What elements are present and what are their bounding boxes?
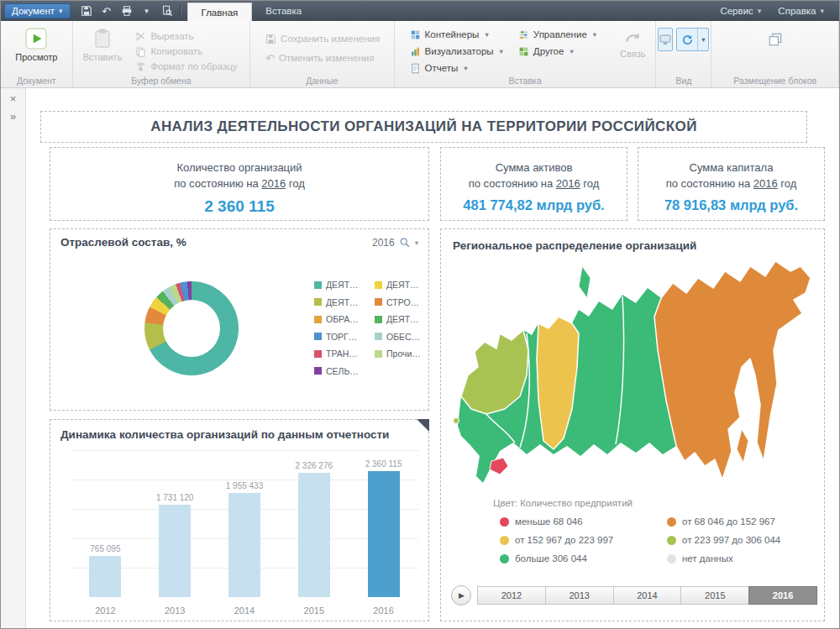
cut-button[interactable]: Вырезать bbox=[132, 29, 240, 44]
legend-label: больше 306 044 bbox=[515, 553, 587, 563]
industry-legend-item[interactable]: ДЕЯТ… bbox=[375, 314, 427, 324]
kpi-card-capital[interactable]: Сумма капитала по состоянию на 2016 год … bbox=[638, 147, 825, 221]
year-button-2013[interactable]: 2013 bbox=[545, 586, 614, 605]
paste-button[interactable]: Вставить bbox=[78, 25, 128, 74]
russia-choropleth-map[interactable] bbox=[446, 249, 819, 493]
industry-legend-item[interactable]: ДЕЯТ… bbox=[314, 280, 366, 290]
legend-label: ТРАН… bbox=[326, 349, 358, 359]
industry-legend-item[interactable]: СЕЛЬ… bbox=[314, 366, 366, 376]
industry-legend-item[interactable]: ТОРГ… bbox=[314, 332, 366, 342]
management-button[interactable]: Управление ▾ bbox=[515, 27, 600, 42]
industry-legend-item[interactable]: ТРАН… bbox=[314, 349, 366, 359]
kpi-card-org-count[interactable]: Количество организаций по состоянию на 2… bbox=[50, 147, 429, 221]
tab-home[interactable]: Главная bbox=[187, 3, 253, 21]
bar-column[interactable]: 765 095 bbox=[80, 544, 130, 597]
dashboard-title-block[interactable]: АНАЛИЗ ДЕЯТЕЛЬНОСТИ ОРГАНИЗАЦИЙ НА ТЕРРИ… bbox=[40, 111, 807, 143]
legend-label: от 223 997 до 306 044 bbox=[682, 535, 780, 545]
dynamics-block[interactable]: Динамика количества организаций по данны… bbox=[50, 419, 429, 621]
help-menu-label: Справка bbox=[778, 6, 816, 16]
bar[interactable] bbox=[89, 556, 121, 597]
help-menu[interactable]: Справка ▾ bbox=[771, 6, 831, 16]
kpi-year-link[interactable]: 2016 bbox=[753, 177, 778, 190]
industry-legend-item[interactable]: ДЕЯТ… bbox=[375, 280, 427, 290]
bar[interactable] bbox=[228, 493, 260, 597]
close-icon[interactable]: × bbox=[10, 93, 17, 104]
format-painter-button[interactable]: Формат по образцу bbox=[132, 59, 240, 74]
ribbon-group-block-layout: Размещение блоков bbox=[711, 21, 839, 87]
year-button-2016[interactable]: 2016 bbox=[748, 586, 817, 605]
bar-column[interactable]: 1 955 433 bbox=[219, 481, 270, 597]
map-legend-item[interactable]: от 223 997 до 306 044 bbox=[667, 535, 812, 545]
industry-donut[interactable] bbox=[144, 281, 239, 375]
industry-legend-item[interactable]: СТРО… bbox=[375, 297, 427, 307]
bar-column[interactable]: 2 326 276 bbox=[289, 461, 339, 597]
map-legend-item[interactable]: от 68 046 до 152 967 bbox=[667, 516, 812, 527]
block-layout-button[interactable] bbox=[763, 28, 788, 51]
document-menu-button[interactable]: Документ ▾ bbox=[4, 3, 71, 18]
refresh-icon bbox=[681, 34, 694, 46]
refresh-options-caret[interactable]: ▾ bbox=[697, 29, 708, 50]
save-changes-button[interactable]: Сохранить изменения bbox=[262, 31, 388, 46]
chevron-down-icon: ▾ bbox=[758, 7, 762, 15]
reports-button[interactable]: Отчеты ▾ bbox=[407, 60, 507, 76]
industry-legend-item[interactable]: ОБРА… bbox=[314, 314, 366, 324]
chevron-down-icon[interactable]: ▾ bbox=[415, 238, 418, 247]
visualizers-button[interactable]: Визуализаторы ▾ bbox=[407, 44, 507, 59]
map-legend-item[interactable]: нет данных bbox=[667, 553, 812, 563]
industry-legend-item[interactable]: ОБЕС… bbox=[375, 332, 427, 342]
year-button-2012[interactable]: 2012 bbox=[477, 586, 546, 605]
chevron-down-icon: ▾ bbox=[500, 47, 503, 55]
link-button[interactable]: Связь bbox=[615, 25, 650, 74]
discard-changes-button[interactable]: ↶ Отменить изменения bbox=[262, 50, 388, 66]
map-legend-col2: от 68 046 до 152 967от 223 997 до 306 04… bbox=[667, 516, 812, 563]
regional-map-block[interactable]: Региональное распределение организаций bbox=[440, 228, 825, 621]
legend-label: нет данных bbox=[682, 553, 733, 563]
industry-block-title: Отраслевой состав, % bbox=[60, 236, 186, 249]
bar-column[interactable]: 1 731 120 bbox=[150, 493, 200, 597]
year-button-2014[interactable]: 2014 bbox=[613, 586, 682, 605]
tab-insert[interactable]: Вставка bbox=[252, 1, 315, 21]
kpi-card-assets[interactable]: Сумма активов по состоянию на 2016 год 4… bbox=[440, 147, 627, 221]
bar[interactable] bbox=[368, 471, 400, 597]
chevron-down-icon: ▾ bbox=[59, 7, 63, 15]
print-button[interactable] bbox=[119, 3, 134, 18]
year-button-2015[interactable]: 2015 bbox=[680, 586, 749, 605]
print-options-caret[interactable]: ▾ bbox=[139, 3, 155, 18]
refresh-dropdown-button[interactable]: ▾ bbox=[676, 28, 709, 51]
view-mode-button[interactable] bbox=[658, 28, 673, 51]
bar-column[interactable]: 2 360 115 bbox=[359, 459, 409, 597]
play-icon: ▶ bbox=[459, 591, 465, 600]
preview-button[interactable]: Просмотр bbox=[10, 25, 62, 74]
service-menu[interactable]: Сервис ▾ bbox=[713, 6, 768, 16]
kpi-year-link[interactable]: 2016 bbox=[556, 177, 580, 190]
kpi-year-link[interactable]: 2016 bbox=[261, 177, 286, 190]
legend-label: меньше 68 046 bbox=[515, 516, 583, 527]
save-button[interactable] bbox=[79, 3, 94, 18]
map-region-orange[interactable] bbox=[654, 261, 811, 480]
group-label-view: Вид bbox=[656, 76, 711, 86]
map-legend-item[interactable]: больше 306 044 bbox=[500, 553, 645, 563]
map-legend-item[interactable]: от 152 967 до 223 997 bbox=[500, 535, 645, 545]
magnifier-icon[interactable] bbox=[399, 237, 411, 249]
play-preview-icon bbox=[25, 28, 47, 50]
map-legend-item[interactable]: меньше 68 046 bbox=[500, 516, 645, 527]
copy-button[interactable]: Копировать bbox=[132, 44, 240, 59]
map-play-button[interactable]: ▶ bbox=[451, 585, 471, 605]
bar[interactable] bbox=[298, 473, 330, 597]
print-preview-button[interactable] bbox=[160, 3, 175, 18]
containers-label: Контейнеры bbox=[425, 29, 480, 39]
map-sakhalin-icon[interactable] bbox=[737, 429, 748, 463]
industry-composition-block[interactable]: Отраслевой состав, % 2016 ▾ ДЕЯТ…ДЕЯТ…ОБ… bbox=[50, 228, 429, 411]
industry-legend-item[interactable]: ДЕЯТ… bbox=[314, 297, 366, 307]
map-island-icon[interactable] bbox=[579, 266, 591, 298]
map-kaliningrad-icon[interactable] bbox=[454, 418, 459, 424]
containers-button[interactable]: Контейнеры ▾ bbox=[407, 27, 507, 42]
undo-button[interactable]: ↶ bbox=[99, 3, 114, 18]
bar[interactable] bbox=[159, 505, 191, 597]
expand-panel-icon[interactable]: » bbox=[10, 111, 16, 122]
industry-legend-item[interactable]: Прочи… bbox=[375, 349, 427, 359]
other-button[interactable]: Другое ▾ bbox=[515, 44, 600, 59]
industry-year-value[interactable]: 2016 bbox=[372, 237, 395, 249]
legend-label: ДЕЯТ… bbox=[326, 297, 359, 307]
selected-block-corner-icon bbox=[417, 419, 429, 432]
